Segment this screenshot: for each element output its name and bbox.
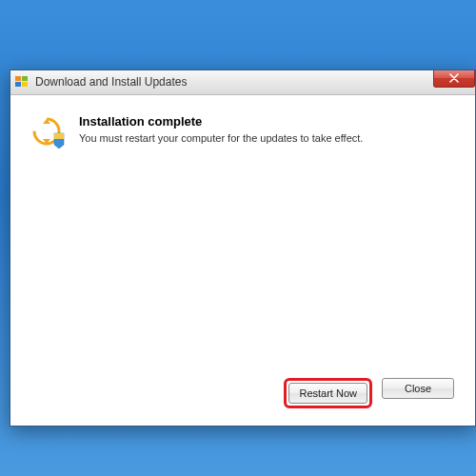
close-icon (449, 73, 459, 83)
message-block: Installation complete You must restart y… (79, 114, 454, 150)
restart-highlight: Restart Now (284, 378, 372, 408)
content-top: Installation complete You must restart y… (31, 114, 454, 150)
svg-rect-1 (22, 76, 28, 81)
close-window-button[interactable] (433, 70, 475, 88)
restart-instruction-text: You must restart your computer for the u… (79, 132, 454, 144)
titlebar: Download and Install Updates (10, 70, 475, 95)
windows-update-icon (14, 74, 30, 89)
restart-now-button[interactable]: Restart Now (288, 383, 367, 404)
svg-rect-0 (15, 76, 21, 81)
close-button[interactable]: Close (382, 378, 454, 399)
dialog-window: Download and Install Updates Installatio… (10, 69, 476, 426)
installation-complete-heading: Installation complete (79, 114, 454, 129)
svg-rect-2 (15, 82, 21, 87)
svg-rect-3 (22, 82, 28, 87)
button-row: Restart Now Close (31, 368, 454, 408)
update-shield-icon (31, 116, 66, 150)
window-title: Download and Install Updates (35, 75, 187, 89)
dialog-content: Installation complete You must restart y… (10, 95, 475, 426)
